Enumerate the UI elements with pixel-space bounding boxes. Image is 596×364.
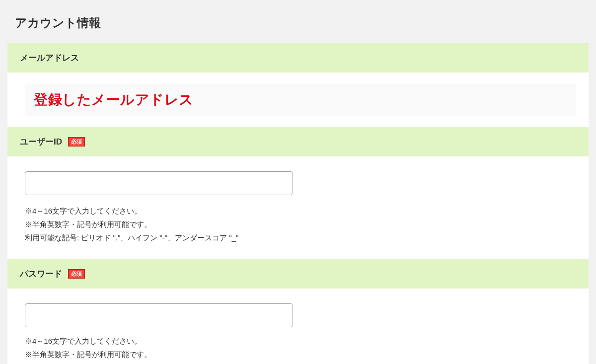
required-badge: 必須 [68, 269, 85, 278]
email-header: メールアドレス [7, 43, 589, 73]
user-id-help: ※4～16文字で入力してください。 ※半角英数字・記号が利用可能です。 利用可能… [25, 204, 576, 244]
password-help-line1: ※4～16文字で入力してください。 [25, 334, 576, 348]
user-id-help-line3: 利用可能な記号: ピリオド "."、ハイフン "-"、アンダースコア "_" [25, 231, 576, 244]
user-id-help-line1: ※4～16文字で入力してください。 [25, 204, 576, 218]
password-input[interactable] [25, 303, 293, 327]
password-body: ※4～16文字で入力してください。 ※半角英数字・記号が利用可能です。 [7, 289, 589, 364]
account-form: アカウント情報 メールアドレス 登録したメールアドレス ユーザーID 必須 ※4… [0, 0, 596, 364]
user-id-header: ユーザーID 必須 [7, 127, 589, 156]
user-id-body: ※4～16文字で入力してください。 ※半角英数字・記号が利用可能です。 利用可能… [7, 156, 589, 259]
password-header: パスワード 必須 [7, 259, 589, 289]
password-help-line2: ※半角英数字・記号が利用可能です。 [25, 348, 576, 361]
email-label: メールアドレス [20, 52, 79, 64]
required-badge: 必須 [68, 137, 85, 146]
email-readonly-box: 登録したメールアドレス [25, 83, 576, 116]
password-help: ※4～16文字で入力してください。 ※半角英数字・記号が利用可能です。 [25, 334, 576, 361]
password-label: パスワード [20, 268, 62, 280]
email-body: 登録したメールアドレス [7, 73, 589, 127]
section-title: アカウント情報 [15, 15, 581, 31]
user-id-help-line2: ※半角英数字・記号が利用可能です。 [25, 218, 576, 231]
email-value: 登録したメールアドレス [34, 92, 194, 107]
user-id-label: ユーザーID [20, 136, 62, 147]
user-id-input[interactable] [25, 171, 293, 195]
